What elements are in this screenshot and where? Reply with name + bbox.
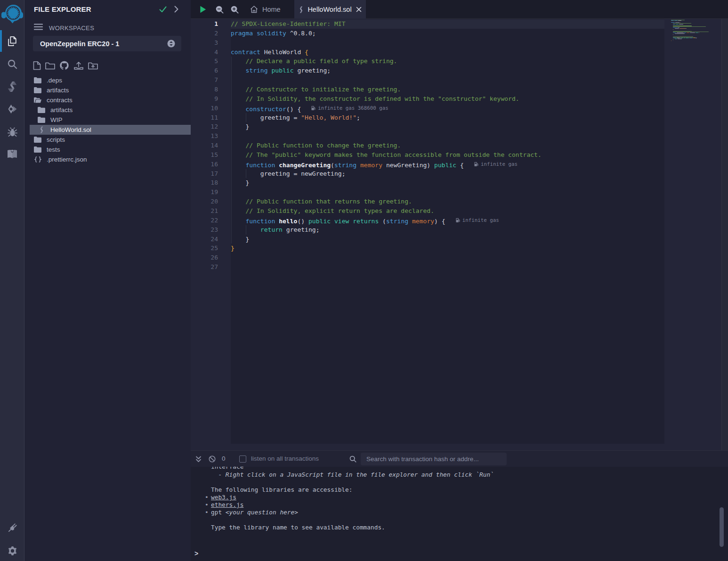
tab-helloworld[interactable]: HelloWorld.sol bbox=[294, 0, 366, 19]
terminal-link[interactable]: ethers.js bbox=[211, 501, 243, 508]
code-token: // In Solidity, the constructor is defin… bbox=[245, 95, 519, 102]
code-line-2: pragma solidity ^0.8.0; bbox=[231, 29, 316, 38]
code-token: // Public function that returns the gree… bbox=[245, 198, 412, 205]
line-number: 15 bbox=[191, 150, 218, 160]
zoom-in-icon[interactable] bbox=[231, 0, 239, 19]
tree-item--deps[interactable]: .deps bbox=[30, 75, 193, 85]
tree-item-label: artifacts bbox=[50, 106, 73, 114]
code-token: view bbox=[334, 218, 349, 225]
tree-item-artifacts[interactable]: artifacts bbox=[30, 105, 197, 115]
code-token: greeting = bbox=[231, 114, 301, 121]
code-token: ( bbox=[379, 218, 386, 225]
code-token bbox=[231, 142, 245, 149]
check-icon[interactable] bbox=[159, 6, 167, 15]
code-token bbox=[275, 218, 279, 225]
minimap-line bbox=[673, 24, 676, 24]
folder-icon bbox=[34, 136, 41, 144]
terminal-search-input[interactable]: Search with transaction hash or addre... bbox=[361, 453, 507, 465]
editor-scrollbar-lane[interactable] bbox=[721, 19, 728, 450]
minimap-line bbox=[678, 39, 682, 39]
code-token: return bbox=[260, 226, 283, 233]
hamburger-menu-icon[interactable] bbox=[34, 24, 43, 32]
bug-icon[interactable] bbox=[0, 122, 24, 142]
tree-item-scripts[interactable]: scripts bbox=[30, 135, 193, 145]
code-token: function bbox=[245, 218, 275, 225]
terminal-line: •ethers.js bbox=[211, 501, 243, 509]
terminal-search-icon bbox=[349, 451, 356, 467]
code-line-17: greeting = newGreeting; bbox=[231, 169, 346, 179]
terminal-prompt[interactable]: > bbox=[194, 550, 198, 557]
run-icon[interactable] bbox=[199, 0, 207, 19]
tree-item-wip[interactable]: WIP bbox=[30, 115, 197, 125]
chevron-right-icon[interactable] bbox=[174, 6, 178, 15]
terminal-clipped-line: interface bbox=[211, 467, 243, 470]
expand-terminal-icon[interactable] bbox=[195, 451, 202, 467]
folder-icon bbox=[34, 146, 41, 154]
code-line-21: // In Solidity, explicit return types ar… bbox=[231, 206, 434, 216]
close-icon[interactable] bbox=[356, 7, 362, 12]
tree-item-helloworld-sol[interactable]: HelloWorld.sol bbox=[30, 125, 197, 135]
deploy-icon[interactable] bbox=[0, 99, 24, 120]
line-number: 1 bbox=[191, 19, 218, 29]
tree-item-contracts[interactable]: contracts bbox=[30, 95, 193, 105]
editor[interactable]: 1234567891011121314151617181920212223242… bbox=[191, 19, 728, 450]
terminal-scrollbar-thumb[interactable] bbox=[720, 507, 724, 547]
minimap-line bbox=[676, 24, 679, 24]
code-token: solidity bbox=[257, 30, 286, 37]
files-icon[interactable] bbox=[0, 31, 24, 51]
minimap-line bbox=[674, 20, 678, 21]
upload-file-icon[interactable] bbox=[73, 61, 84, 72]
code-line-14: // Public function to change the greetin… bbox=[231, 141, 401, 150]
folder-icon bbox=[38, 116, 45, 124]
new-file-icon[interactable] bbox=[33, 61, 41, 72]
listen-transactions-checkbox[interactable] bbox=[239, 455, 246, 463]
tree-item-label: WIP bbox=[50, 116, 63, 123]
code-token: // In Solidity, explicit return types ar… bbox=[245, 207, 434, 214]
code-token: () { bbox=[286, 106, 301, 113]
search-icon[interactable] bbox=[0, 54, 24, 74]
gear-icon[interactable] bbox=[0, 540, 24, 561]
code-token: "Hello, World!" bbox=[301, 114, 356, 121]
tree-item-artifacts[interactable]: artifacts bbox=[30, 85, 193, 95]
zoom-out-icon[interactable] bbox=[216, 0, 224, 19]
code-token: memory bbox=[412, 218, 434, 225]
code-token bbox=[231, 95, 245, 102]
terminal-line: •web3.js bbox=[211, 494, 236, 501]
minimap-line bbox=[671, 20, 674, 21]
code-token: public bbox=[308, 218, 331, 225]
solidity-icon[interactable] bbox=[0, 76, 24, 97]
listen-transactions-label[interactable]: listen on all transactions bbox=[251, 455, 319, 462]
code-token: pragma bbox=[231, 30, 253, 37]
clear-console-icon[interactable] bbox=[209, 451, 216, 467]
new-folder-icon[interactable] bbox=[45, 61, 55, 72]
indent-guide bbox=[246, 113, 246, 122]
minimap-line bbox=[686, 38, 689, 38]
line-number: 23 bbox=[191, 225, 218, 235]
indent-guide bbox=[246, 225, 246, 235]
minimap-line bbox=[686, 28, 687, 29]
line-number: 4 bbox=[191, 48, 218, 57]
line-number: 11 bbox=[191, 113, 218, 122]
code-token bbox=[231, 218, 245, 225]
code-line-8: // Constructor to initialize the greetin… bbox=[231, 85, 401, 94]
terminal-link[interactable]: web3.js bbox=[211, 494, 236, 501]
remix-logo-icon[interactable] bbox=[0, 3, 24, 25]
tree-item--prettierrc-json[interactable]: .prettierrc.json bbox=[30, 154, 193, 164]
workspace-select[interactable]: OpenZeppelin ERC20 - 1 bbox=[33, 36, 181, 51]
plug-icon[interactable] bbox=[0, 517, 24, 538]
activity-bar bbox=[0, 0, 24, 561]
line-number: 17 bbox=[191, 169, 218, 179]
code-line-4: contract HelloWorld { bbox=[231, 48, 308, 57]
code-token: } bbox=[231, 179, 249, 186]
minimap[interactable] bbox=[665, 19, 721, 444]
code-token: memory bbox=[360, 162, 382, 169]
upload-folder-icon[interactable] bbox=[88, 61, 98, 72]
terminal: 0 listen on all transactions Search with… bbox=[191, 450, 728, 561]
tab-home[interactable]: Home bbox=[243, 0, 289, 19]
code-token: greeting; bbox=[294, 67, 331, 74]
github-icon[interactable] bbox=[59, 61, 69, 72]
book-icon[interactable] bbox=[0, 144, 24, 164]
tree-item-tests[interactable]: tests bbox=[30, 145, 193, 154]
terminal-line: - Right click on a JavaScript file in th… bbox=[211, 471, 494, 479]
code-line-12: } bbox=[231, 122, 249, 131]
